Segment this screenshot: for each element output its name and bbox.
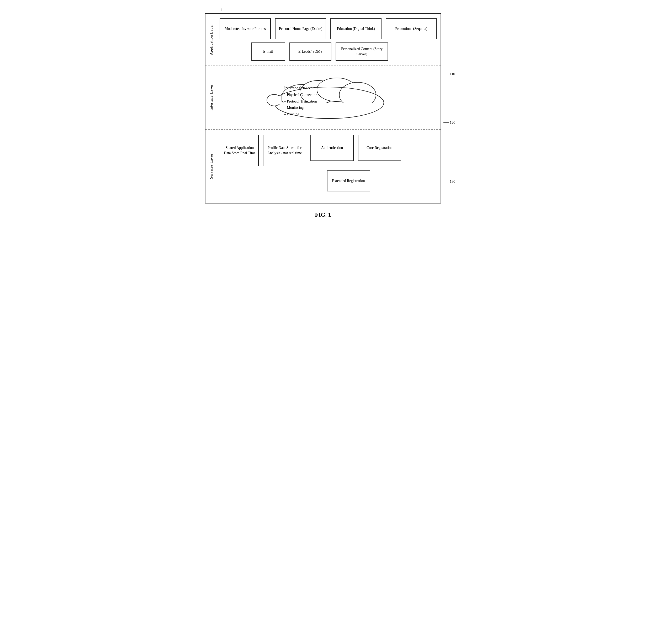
interface-layer-label: Interface Layer — [209, 85, 214, 111]
cloud-svg — [263, 74, 394, 121]
personalized-content-box: Personalized Content (Story Server) — [336, 42, 388, 61]
cloud-text: Interface Services: – Physical Connectio… — [284, 85, 317, 118]
app-row-1: Moderated Investor Forums Personal Home … — [220, 18, 437, 39]
services-layer-row: Services Layer Shared Application Data S… — [205, 130, 441, 203]
services-layer-content: Shared Application Data Store Real Time … — [217, 130, 441, 203]
core-registration-box: Core Registration — [358, 135, 401, 161]
services-row-1: Shared Application Data Store Real Time … — [221, 135, 437, 166]
eleads-box: E-Leads/ SOMS — [290, 42, 331, 61]
personal-homepage-box: Personal Home Page (Excite) — [275, 18, 326, 39]
services-layer-label: Services Layer — [209, 154, 214, 179]
page-marker: i — [221, 8, 222, 12]
services-row-2: Extended Registration — [260, 170, 437, 191]
promotions-box: Promotions (Sequoia) — [386, 18, 437, 39]
svg-rect-8 — [274, 96, 282, 104]
moderated-forums-box: Moderated Investor Forums — [220, 18, 271, 39]
cloud-title: Interface Services: — [284, 85, 317, 91]
page-wrapper: i Application Layer Moderated Investor F… — [205, 8, 441, 218]
cloud-item-2: – Protocol Translation — [284, 98, 317, 105]
cloud-container: Interface Services: – Physical Connectio… — [263, 74, 394, 121]
ref-120: 120 — [443, 121, 455, 125]
figure-caption: FIG. 1 — [315, 211, 331, 218]
main-diagram: Application Layer Moderated Investor For… — [205, 13, 441, 204]
interface-layer-row: Interface Layer — [205, 66, 441, 130]
profile-data-box: Profile Data Store - for Analysis - not … — [263, 135, 306, 166]
application-layer-row: Application Layer Moderated Investor For… — [205, 14, 441, 66]
app-layer-label-col: Application Layer — [205, 14, 217, 66]
cloud-item-3: – Monitoring — [284, 105, 317, 111]
extended-registration-box: Extended Registration — [327, 170, 370, 191]
cloud-item-4: – Caching — [284, 111, 317, 118]
email-box: E-mail — [251, 42, 285, 61]
app-row-2: E-mail E-Leads/ SOMS Personalized Conten… — [251, 42, 437, 61]
education-box: Education (Digital Think) — [330, 18, 382, 39]
app-layer-content: Moderated Investor Forums Personal Home … — [217, 14, 441, 66]
ref-130: 130 — [443, 179, 455, 184]
authentication-box: Authentication — [310, 135, 354, 161]
cloud-wrapper: Interface Services: – Physical Connectio… — [222, 71, 435, 124]
ref-110: 110 — [443, 72, 455, 76]
app-layer-label: Application Layer — [209, 24, 214, 55]
interface-layer-label-col: Interface Layer — [205, 66, 217, 129]
interface-layer-content: Interface Services: – Physical Connectio… — [217, 66, 441, 129]
cloud-item-1: – Physical Connection — [284, 92, 317, 98]
services-layer-label-col: Services Layer — [205, 130, 217, 203]
shared-app-data-box: Shared Application Data Store Real Time — [221, 135, 259, 166]
